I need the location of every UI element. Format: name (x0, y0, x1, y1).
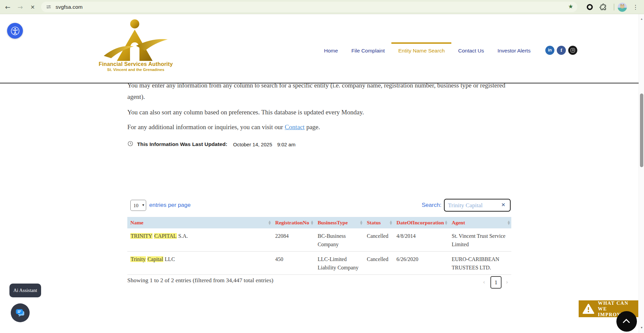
column-header-name[interactable]: Name▲▼ (127, 217, 272, 228)
instagram-icon[interactable] (568, 46, 577, 55)
column-label: Agent (452, 220, 465, 225)
nav-file-complaint[interactable]: File Complaint (345, 42, 391, 58)
scrollbar-thumb[interactable] (640, 94, 643, 167)
name-suffix: LLC (165, 256, 175, 262)
feedback-line-1: WHAT CAN (598, 300, 629, 306)
url-bar[interactable]: svgfsa.com ★ (41, 2, 577, 12)
linkedin-icon[interactable]: in (545, 46, 554, 55)
last-updated-date: October 14, 2025 (233, 142, 272, 147)
sort-icon[interactable]: ▲▼ (444, 220, 448, 225)
column-header-status[interactable]: Status▲▼ (364, 217, 393, 228)
date-of-incorporation-cell: 6/26/2020 (393, 252, 449, 275)
sort-icon[interactable]: ▲▼ (359, 220, 363, 225)
pagination-page-1[interactable]: 1 (490, 276, 502, 289)
highlighted-term: CAPITAL (154, 233, 177, 239)
extensions-icon[interactable] (599, 3, 607, 12)
contact-text-before: For any additional information or inquir… (127, 123, 283, 131)
clock-icon (127, 141, 133, 148)
last-updated-row: This Information Was Last Updated: Octob… (127, 141, 511, 148)
intro-copy: You may enter any information from any c… (127, 80, 511, 148)
table-header-row: Name▲▼ RegistrationNo▲▼ BusinessType▲▼ S… (127, 217, 511, 228)
sort-icon[interactable]: ▲▼ (389, 220, 393, 225)
chat-bubble-button[interactable] (11, 303, 30, 322)
fsa-logo[interactable] (101, 18, 170, 63)
site-header: Financial Services Authority St. Vincent… (0, 14, 639, 83)
toolbar-divider (614, 4, 614, 10)
bookmark-star-icon[interactable]: ★ (568, 3, 573, 10)
sort-icon[interactable]: ▲▼ (507, 220, 511, 225)
sort-icon[interactable]: ▲▼ (310, 220, 314, 225)
chevron-up-icon (623, 319, 630, 326)
last-updated-time: 9:02 am (277, 142, 295, 147)
browser-menu-icon[interactable]: ⋮ (633, 0, 638, 14)
stop-loading-icon[interactable]: ✕ (28, 0, 38, 14)
nav-contact-us[interactable]: Contact Us (451, 42, 491, 58)
facebook-icon[interactable]: f (557, 46, 566, 55)
sort-icon[interactable]: ▲▼ (268, 220, 271, 225)
column-label: Name (130, 220, 143, 225)
entity-name-cell: TrinityCapitalLLC (127, 252, 272, 275)
chat-icon (15, 308, 25, 318)
accessibility-button[interactable] (7, 23, 23, 39)
pagination-next[interactable]: › (506, 278, 508, 286)
date-of-incorporation-cell: 4/8/2014 (393, 228, 449, 252)
extension-ring-icon[interactable] (587, 4, 593, 10)
logo-title: Financial Services Authority (94, 61, 178, 67)
entries-per-page-label: entries per page (149, 202, 191, 209)
highlighted-term: Capital (147, 256, 163, 262)
nav-investor-alerts[interactable]: Investor Alerts (491, 42, 537, 58)
table-row[interactable]: TrinityCapitalLLC 450 LLC-Limited Liabil… (127, 252, 511, 275)
search-input[interactable] (444, 199, 511, 212)
registration-no-cell: 450 (272, 252, 315, 275)
last-updated-label: This Information Was Last Updated: (137, 141, 227, 147)
contact-text-after: page. (306, 123, 320, 131)
profile-avatar[interactable] (618, 3, 627, 12)
paragraph-sort-note: You can also sort any column based on pr… (127, 107, 511, 118)
clear-search-icon[interactable]: ✕ (501, 202, 506, 208)
scroll-to-top-button[interactable] (616, 311, 637, 332)
column-label: BusinessType (318, 220, 348, 225)
social-links: in f (545, 42, 577, 58)
nav-home[interactable]: Home (317, 42, 345, 58)
site-info-icon[interactable] (46, 4, 52, 10)
registration-no-cell: 22084 (272, 228, 315, 252)
back-icon[interactable]: ← (3, 0, 13, 14)
agent-cell: EURO-CARIBBEAN TRUSTEES LTD. (449, 252, 511, 275)
column-header-registrationno[interactable]: RegistrationNo▲▼ (272, 217, 315, 228)
name-suffix: S.A. (178, 233, 188, 239)
column-label: RegistrationNo (275, 220, 309, 225)
column-header-dateofincorporation[interactable]: DateOfIncorporation▲▼ (393, 217, 449, 228)
browser-toolbar: ← → ✕ svgfsa.com ★ ⋮ (0, 0, 644, 14)
nav-entity-name-search[interactable]: Entity Name Search (391, 42, 451, 58)
column-header-businesstype[interactable]: BusinessType▲▼ (315, 217, 364, 228)
paragraph-line-2: agent). (127, 91, 511, 103)
table-summary: Showing 1 to 2 of 2 entries (filtered fr… (127, 277, 273, 284)
table-row[interactable]: TRINITYCAPITALS.A. 22084 BC-Business Com… (127, 228, 511, 252)
page-viewport: Financial Services Authority St. Vincent… (0, 14, 644, 333)
main-nav: Home File Complaint Entity Name Search C… (317, 42, 577, 58)
fsa-logo-text: Financial Services Authority St. Vincent… (94, 61, 178, 72)
column-header-agent[interactable]: Agent▲▼ (449, 217, 511, 228)
url-text: svgfsa.com (56, 4, 83, 10)
avatar-cat-image (620, 5, 624, 8)
contact-link[interactable]: Contact (285, 123, 304, 131)
forward-icon[interactable]: → (15, 0, 25, 14)
logo-subtitle: St. Vincent and the Grenadines (94, 68, 178, 72)
warning-triangle-icon (582, 303, 594, 314)
ai-assistant-button[interactable]: Ai Assistant (9, 284, 41, 297)
page-scrollbar[interactable]: ▴ ▾ (639, 14, 644, 333)
camera-glyph (571, 48, 575, 52)
business-type-cell: BC-Business Company (315, 228, 364, 252)
scrollbar-down-icon[interactable]: ▾ (639, 326, 644, 329)
scrollbar-up-icon[interactable]: ▴ (639, 17, 644, 21)
highlighted-term: Trinity (130, 256, 146, 262)
agent-cell: St. Vincent Trust Service Limited (449, 228, 511, 252)
pagination-prev[interactable]: ‹ (483, 278, 485, 286)
highlighted-term: TRINITY (130, 233, 153, 239)
search-label: Search: (422, 202, 442, 209)
column-label: Status (367, 220, 381, 225)
column-label: DateOfIncorporation (396, 220, 444, 225)
entity-name-cell: TRINITYCAPITALS.A. (127, 228, 272, 252)
page-size-select[interactable]: 10 (130, 200, 146, 211)
status-cell: Cancelled (364, 228, 393, 252)
